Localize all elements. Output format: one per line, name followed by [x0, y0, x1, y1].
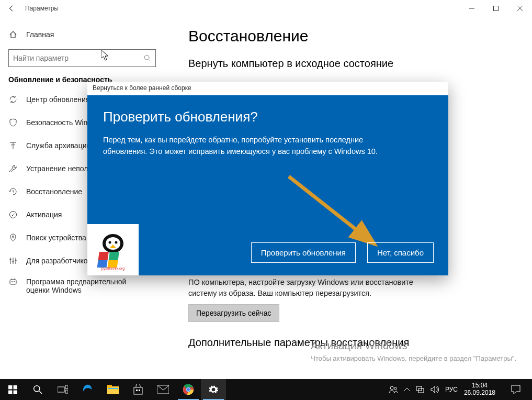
watermark-text: Чтобы активировать Windows, перейдите в … [311, 354, 516, 363]
svg-point-6 [14, 281, 15, 282]
sidebar-item-label: Поиск устройства [26, 234, 86, 242]
people-icon[interactable] [389, 385, 398, 394]
dialog-text: Перед тем, как вы перейдете обратно, поп… [103, 135, 406, 158]
taskbar: РУС 15:04 26.09.2018 [0, 379, 532, 400]
home-icon [8, 30, 18, 39]
dialog-heading: Проверить обновления? [103, 109, 433, 125]
rollback-dialog: Вернуться к более ранней сборке Проверит… [87, 82, 448, 275]
window-title: Параметры [25, 5, 59, 12]
sidebar-item-label: Для разработчиков [26, 257, 92, 265]
taskbar-edge[interactable] [75, 379, 100, 400]
sync-icon [8, 95, 18, 104]
svg-point-37 [390, 386, 393, 390]
svg-rect-25 [107, 386, 119, 394]
tray-chevron-up-icon[interactable] [404, 387, 410, 392]
taskbar-clock[interactable]: 15:04 26.09.2018 [464, 382, 495, 397]
search-icon [144, 54, 151, 62]
clock-date: 26.09.2018 [464, 390, 495, 397]
sidebar-home[interactable]: Главная [8, 23, 162, 46]
taskbar-mail[interactable] [151, 379, 176, 400]
sidebar-item-label: Активация [26, 210, 62, 219]
svg-rect-23 [65, 385, 68, 388]
section-reset-title: Вернуть компьютер в исходное состояние [188, 58, 516, 70]
overlay-logo: pyatilistnik.org [87, 224, 139, 275]
taskbar-explorer[interactable] [100, 379, 126, 400]
svg-rect-22 [58, 387, 64, 392]
check-updates-button[interactable]: Проверить обновления [251, 242, 356, 263]
svg-rect-18 [13, 385, 17, 389]
volume-icon[interactable] [431, 386, 439, 393]
taskbar-settings[interactable] [201, 379, 226, 400]
window-titlebar: Параметры [0, 0, 532, 17]
taskbar-chrome[interactable] [176, 379, 201, 400]
taskbar-search-button[interactable] [25, 379, 50, 400]
sidebar-item-insider[interactable]: Программа предварительной оценки Windows [8, 272, 162, 299]
sidebar-item-label: Служба архивации [26, 141, 90, 150]
close-button[interactable] [508, 0, 532, 17]
no-thanks-button[interactable]: Нет, спасибо [367, 242, 434, 263]
recovery-icon [8, 187, 18, 196]
svg-point-3 [13, 236, 14, 238]
svg-rect-28 [134, 387, 142, 394]
svg-rect-29 [136, 390, 138, 391]
clock-time: 15:04 [464, 382, 495, 390]
svg-rect-20 [13, 390, 17, 394]
activation-watermark: Активация Windows Чтобы активировать Win… [311, 339, 516, 363]
svg-point-1 [144, 55, 149, 60]
svg-rect-19 [8, 390, 12, 394]
svg-text:pyatilistnik.org: pyatilistnik.org [101, 266, 124, 271]
svg-rect-0 [494, 6, 499, 11]
svg-point-9 [109, 241, 111, 244]
backup-icon [8, 141, 18, 150]
system-tray: РУС 15:04 26.09.2018 [389, 379, 532, 400]
back-button[interactable] [4, 5, 19, 12]
insider-icon [8, 277, 18, 286]
check-circle-icon [8, 210, 18, 219]
task-view-button[interactable] [50, 379, 75, 400]
svg-rect-27 [108, 388, 118, 389]
svg-point-21 [34, 386, 40, 392]
maximize-button[interactable] [484, 0, 508, 17]
svg-point-38 [394, 387, 397, 390]
page-title: Восстановление [188, 27, 516, 45]
svg-rect-17 [8, 385, 12, 389]
svg-rect-26 [107, 385, 112, 387]
search-box[interactable] [8, 49, 156, 67]
svg-rect-4 [10, 280, 16, 284]
wrench-icon [8, 164, 18, 173]
svg-point-10 [115, 241, 118, 244]
shield-icon [8, 118, 18, 127]
svg-rect-30 [139, 390, 140, 391]
sidebar-item-label: Восстановление [26, 187, 82, 196]
svg-point-2 [10, 212, 17, 218]
svg-rect-13 [109, 252, 119, 260]
svg-rect-24 [65, 390, 68, 393]
location-icon [8, 234, 18, 242]
restart-now-button[interactable]: Перезагрузить сейчас [188, 304, 279, 322]
svg-rect-12 [98, 252, 109, 260]
watermark-title: Активация Windows [311, 339, 516, 353]
start-button[interactable] [0, 379, 25, 400]
sidebar-home-label: Главная [26, 30, 54, 39]
minimize-button[interactable] [460, 0, 484, 17]
language-indicator[interactable]: РУС [445, 386, 458, 393]
search-input[interactable] [13, 54, 144, 62]
svg-point-5 [12, 281, 13, 282]
sidebar-item-label: Программа предварительной оценки Windows [26, 277, 146, 294]
dialog-body: Проверить обновления? Перед тем, как вы … [87, 95, 448, 275]
dialog-titlebar: Вернуться к более ранней сборке [87, 82, 448, 95]
network-icon[interactable] [416, 385, 424, 394]
action-center-button[interactable] [505, 379, 527, 400]
taskbar-store[interactable] [126, 379, 151, 400]
sliders-icon [8, 257, 18, 265]
svg-point-36 [187, 388, 190, 391]
